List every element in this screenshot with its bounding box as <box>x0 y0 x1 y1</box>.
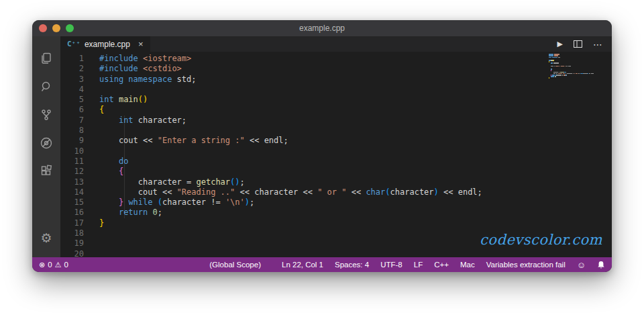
tab-example-cpp[interactable]: C⁺⁺ example.cpp × <box>60 36 150 52</box>
scope-indicator[interactable]: (Global Scope) <box>209 261 261 269</box>
status-bar: ⊗ 0 ⚠ 0 (Global Scope)Ln 22, Col 1Spaces… <box>32 257 612 272</box>
debug-icon[interactable] <box>32 129 60 157</box>
code-editor[interactable]: 1#include <iostream>2#include <cstdio>3u… <box>60 52 612 257</box>
line-number: 4 <box>60 85 84 95</box>
line-number: 9 <box>60 136 84 146</box>
code-text: #include <iostream> <box>84 54 191 64</box>
watermark: codevscolor.com <box>480 232 602 248</box>
code-line[interactable]: 9 cout << "Enter a string :" << endl; <box>60 136 612 146</box>
more-actions-icon[interactable]: ⋯ <box>593 39 602 50</box>
code-line[interactable]: 17} <box>60 218 612 228</box>
line-number: 18 <box>60 228 84 238</box>
code-text: return 0; <box>84 208 162 218</box>
titlebar: example.cpp <box>32 20 612 36</box>
indent-guide <box>144 177 144 198</box>
code-text <box>84 126 99 136</box>
search-icon[interactable] <box>32 73 60 101</box>
line-number: 17 <box>60 218 84 228</box>
code-text: { <box>84 167 123 177</box>
feedback-smiley-icon[interactable]: ☺ <box>577 260 586 270</box>
code-line[interactable]: 7 int character; <box>60 116 612 126</box>
code-line[interactable]: 20 <box>60 249 612 257</box>
line-number: 1 <box>60 54 84 64</box>
code-text: cout << "Enter a string :" << endl; <box>84 136 288 146</box>
cpp-file-icon: C⁺⁺ <box>67 40 80 48</box>
extensions-icon[interactable] <box>32 157 60 185</box>
code-text <box>84 228 99 238</box>
code-line[interactable]: 5int main() <box>60 95 612 105</box>
tab-label: example.cpp <box>85 40 130 49</box>
vscode-window: example.cpp <box>32 20 612 272</box>
tab-bar: C⁺⁺ example.cpp × ▶ ⋯ <box>60 36 612 52</box>
code-text: int character; <box>84 116 186 126</box>
code-line[interactable]: 3using namespace std; <box>60 75 612 85</box>
line-number: 11 <box>60 156 84 167</box>
code-line[interactable]: 2#include <cstdio> <box>60 64 612 74</box>
line-number: 8 <box>60 126 84 136</box>
line-number: 10 <box>60 146 84 156</box>
language-mode[interactable]: C++ <box>434 261 449 269</box>
activity-bar: ⚙ <box>32 36 60 257</box>
line-number: 3 <box>60 75 84 85</box>
code-line[interactable]: 12 { <box>60 167 612 177</box>
editor-actions: ▶ ⋯ <box>557 36 612 52</box>
line-number: 6 <box>60 105 84 115</box>
split-editor-icon[interactable] <box>574 40 582 48</box>
code-text: character = getchar(); <box>84 177 245 187</box>
window-title: example.cpp <box>32 24 612 33</box>
explorer-icon[interactable] <box>32 44 60 73</box>
settings-gear-icon[interactable]: ⚙ <box>32 224 60 252</box>
line-number: 16 <box>60 208 84 218</box>
indent-guide <box>124 116 125 218</box>
line-number: 20 <box>60 249 84 257</box>
code-text: do <box>84 156 128 167</box>
code-line[interactable]: 11 do <box>60 156 612 167</box>
eol-sequence[interactable]: LF <box>414 261 423 269</box>
problems-indicator[interactable]: ⊗ 0 ⚠ 0 <box>39 261 68 269</box>
code-line[interactable]: 10 <box>60 146 612 156</box>
extension-status[interactable]: Variables extraction fail <box>486 261 566 269</box>
line-number: 7 <box>60 116 84 126</box>
code-line[interactable]: 4 <box>60 85 612 95</box>
warning-icon: ⚠ <box>55 261 62 269</box>
code-text <box>84 146 99 156</box>
code-line[interactable]: 8 <box>60 126 612 136</box>
line-number: 12 <box>60 167 84 177</box>
warning-count: 0 <box>64 261 68 269</box>
code-text <box>84 249 99 257</box>
line-number: 2 <box>60 64 84 74</box>
error-count: 0 <box>48 261 52 269</box>
code-area: 1#include <iostream>2#include <cstdio>3u… <box>60 54 612 257</box>
code-text: } <box>84 218 104 228</box>
line-number: 19 <box>60 238 84 249</box>
cursor-position[interactable]: Ln 22, Col 1 <box>282 261 323 269</box>
code-line[interactable]: 15 } while (character != '\n'); <box>60 197 612 208</box>
code-text <box>84 85 99 95</box>
code-line[interactable]: 1#include <iostream> <box>60 54 612 64</box>
source-control-icon[interactable] <box>32 101 60 129</box>
code-line[interactable]: 16 return 0; <box>60 208 612 218</box>
tab-close-icon[interactable]: × <box>138 39 144 49</box>
code-text: int main() <box>84 95 148 105</box>
code-text: { <box>84 105 104 115</box>
os-indicator[interactable]: Mac <box>460 261 475 269</box>
code-line[interactable]: 6{ <box>60 105 612 115</box>
encoding[interactable]: UTF-8 <box>380 261 402 269</box>
page-background: example.cpp <box>0 0 644 313</box>
line-number: 15 <box>60 197 84 208</box>
code-text: #include <cstdio> <box>84 64 182 74</box>
code-text <box>84 238 99 249</box>
code-text: } while (character != '\n'); <box>84 197 254 208</box>
run-button[interactable]: ▶ <box>557 40 563 48</box>
minimap[interactable] <box>547 52 610 85</box>
code-text: using namespace std; <box>84 75 197 85</box>
line-number: 13 <box>60 177 84 187</box>
error-icon: ⊗ <box>39 261 45 269</box>
line-number: 14 <box>60 187 84 197</box>
notifications-bell-icon[interactable] <box>597 261 605 269</box>
line-number: 5 <box>60 95 84 105</box>
indentation[interactable]: Spaces: 4 <box>335 261 369 269</box>
